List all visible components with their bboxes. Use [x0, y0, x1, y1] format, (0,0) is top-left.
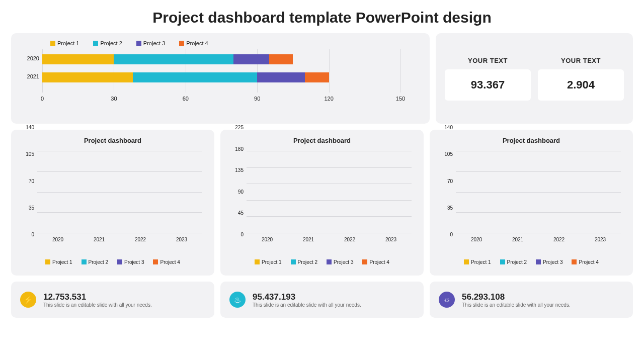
stat-desc: This slide is an editable slide with all…: [462, 302, 571, 308]
legend-item: Project 1: [255, 259, 281, 265]
row-charts: Project dashboard 2020202120222023035701…: [11, 130, 633, 276]
vbar-xlabel: 2022: [344, 237, 355, 242]
stat-value: 95.437.193: [253, 292, 361, 302]
vbar-ylabel: 135: [229, 167, 244, 173]
hbar-xlabel: 30: [111, 96, 117, 102]
vbar-ylabel: 0: [439, 232, 453, 237]
swatch-icon: [93, 41, 98, 46]
bar-segment: [133, 72, 257, 82]
stat-value: 12.753.531: [43, 292, 152, 302]
vbar-xlabel: 2022: [135, 237, 146, 242]
swatch-icon: [572, 259, 577, 264]
swatch-icon: [136, 41, 141, 46]
kpi-label: YOUR TEXT: [468, 57, 508, 64]
legend-label: Project 3: [143, 40, 165, 46]
stat-card: ⚡ 12.753.531 This slide is an editable s…: [11, 282, 214, 318]
vbar-legend-items: Project 1Project 2Project 3Project 4: [464, 259, 599, 265]
legend-label: Project 3: [334, 259, 353, 265]
vbar-legend: Project 1Project 2Project 3Project 4: [20, 255, 205, 268]
legend-item: Project 1: [45, 259, 72, 265]
legend-label: Project 3: [543, 259, 562, 265]
vbar-xlabel: 2023: [385, 237, 396, 242]
legend-item: Project 2: [500, 259, 527, 265]
hbar-row: [42, 54, 400, 64]
swatch-icon: [179, 41, 184, 46]
vbar-ylabel: 0: [229, 232, 244, 237]
swatch-icon: [327, 259, 332, 264]
vbar-ylabel: 140: [439, 125, 453, 130]
swatch-icon: [153, 259, 158, 264]
bar-segment: [305, 72, 329, 82]
vbar-legend: Project 1Project 2Project 3Project 4: [229, 255, 415, 268]
hbar-xlabel: 0: [41, 96, 44, 102]
bar-segment: [233, 54, 269, 64]
legend-item: Project 3: [327, 259, 353, 265]
swatch-icon: [362, 259, 367, 264]
hbar-row: [42, 72, 400, 82]
vbar-legend-items: Project 1Project 2Project 3Project 4: [255, 259, 389, 265]
legend-item: Project 4: [153, 259, 180, 265]
bar-segment: [269, 54, 293, 64]
vbar-xlabel: 2022: [553, 237, 565, 242]
vbar-legend-items: Project 1Project 2Project 3Project 4: [45, 259, 180, 265]
vbar-ylabel: 70: [439, 178, 453, 184]
legend-label: Project 4: [186, 40, 208, 46]
legend-label: Project 1: [57, 40, 79, 46]
vbar-ylabel: 225: [229, 125, 244, 130]
swatch-icon: [464, 259, 469, 264]
hbar-ylabel: 2021: [20, 73, 39, 79]
vbar-ylabel: 140: [20, 125, 34, 130]
stat-card: ☼ 56.293.108 This slide is an editable s…: [430, 282, 633, 318]
vbar-ylabel: 105: [20, 151, 34, 157]
bulb-icon: ☼: [439, 292, 455, 308]
legend-item: Project 4: [362, 259, 389, 265]
vbar-chart: 202020212022202304590135180225: [229, 148, 415, 255]
vbar-ylabel: 45: [229, 210, 244, 216]
stat-card: ♨ 95.437.193 This slide is an editable s…: [220, 282, 424, 318]
legend-label: Project 4: [160, 259, 180, 265]
chart-title: Project dashboard: [20, 137, 205, 144]
stat-desc: This slide is an editable slide with all…: [253, 302, 361, 308]
vbar-xlabel: 2020: [52, 237, 63, 242]
legend-label: Project 3: [124, 259, 144, 265]
swatch-icon: [536, 259, 541, 264]
legend-item: Project 1: [464, 259, 491, 265]
vbar-ylabel: 35: [20, 205, 34, 210]
swatch-icon: [50, 41, 55, 46]
swatch-icon: [500, 259, 505, 264]
vbar-card-1: Project dashboard 2020202120222023035701…: [11, 130, 214, 276]
vbar-xlabel: 2020: [262, 237, 273, 242]
bar-segment: [42, 54, 114, 64]
page-title: Project dashboard template PowerPoint de…: [11, 9, 633, 26]
kpi-card: YOUR TEXT 93.367 YOUR TEXT 2.904: [436, 33, 633, 124]
kpi: YOUR TEXT 2.904: [538, 40, 624, 117]
legend-label: Project 2: [507, 259, 527, 265]
row-stats: ⚡ 12.753.531 This slide is an editable s…: [11, 282, 633, 318]
stat-value: 56.293.108: [462, 292, 571, 302]
vbar-xlabel: 2021: [303, 237, 314, 242]
hbar-xlabel: 150: [396, 96, 405, 102]
legend-label: Project 2: [89, 259, 108, 265]
vbar-chart: 202020212022202303570105140: [439, 148, 624, 255]
bar-segment: [114, 54, 233, 64]
chart-title: Project dashboard: [229, 137, 415, 144]
vbar-xlabel: 2023: [595, 237, 606, 242]
hbar-xlabel: 90: [254, 96, 260, 102]
legend-item: Project 2: [291, 259, 317, 265]
vbar-card-3: Project dashboard 2020202120222023035701…: [430, 130, 633, 276]
legend-item: Project 3: [117, 259, 144, 265]
vbar-xlabel: 2023: [176, 237, 187, 242]
vbar-ylabel: 70: [20, 178, 34, 184]
vbar-ylabel: 35: [439, 205, 453, 210]
legend-label: Project 1: [471, 259, 491, 265]
swatch-icon: [255, 259, 260, 264]
swatch-icon: [82, 259, 87, 264]
bar-segment: [257, 72, 305, 82]
kpi: YOUR TEXT 93.367: [445, 40, 531, 117]
legend-item: Project 2: [93, 40, 122, 46]
legend-item: Project 3: [536, 259, 562, 265]
legend-label: Project 1: [262, 259, 281, 265]
hbar-legend: Project 1 Project 2 Project 3 Project 4: [50, 40, 421, 46]
hbar-card: Project 1 Project 2 Project 3 Project 4 …: [11, 33, 430, 124]
legend-label: Project 4: [369, 259, 389, 265]
